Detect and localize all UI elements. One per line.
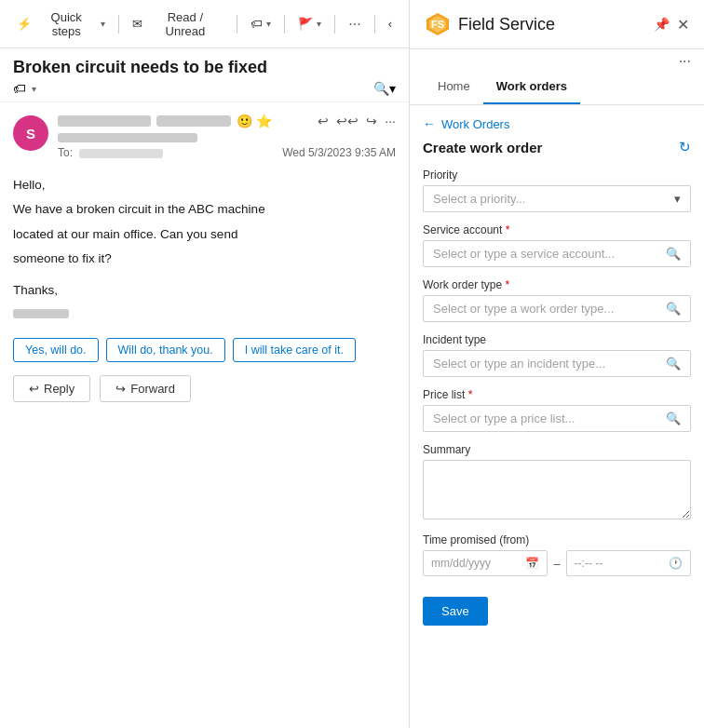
email-actions-row: 🏷 ▾ 🔍▾: [13, 81, 396, 96]
panel-scroll-wrapper[interactable]: ← Work Orders Create work order ↻ Priori…: [410, 105, 704, 728]
time-row: mm/dd/yyyy 📅 – --:-- -- 🕐: [423, 550, 691, 576]
right-header-title: Field Service: [458, 15, 646, 34]
flag-button[interactable]: 🚩 ▾: [291, 13, 329, 34]
read-unread-label: Read / Unread: [146, 10, 223, 38]
priority-chevron-icon: ▾: [674, 192, 681, 206]
right-header: FS Field Service 📌 ✕: [410, 0, 704, 49]
field-service-panel: FS Field Service 📌 ✕ ··· Home Work order…: [410, 0, 704, 728]
field-service-icon: FS: [425, 11, 451, 37]
work-order-type-input[interactable]: Select or type a work order type... 🔍: [423, 295, 691, 322]
more-email-icon[interactable]: ···: [385, 114, 396, 128]
priority-dropdown[interactable]: Select a priority... ▾: [423, 185, 691, 212]
quick-steps-button[interactable]: ⚡ Quick steps ▾: [9, 7, 113, 42]
price-list-search-icon: 🔍: [666, 411, 681, 425]
priority-label: Priority: [423, 169, 691, 182]
incident-type-field: Incident type Select or type an incident…: [423, 333, 691, 377]
to-row: To: Wed 5/3/2023 9:35 AM: [58, 146, 396, 159]
tag2-icon[interactable]: 🏷: [13, 81, 26, 96]
read-unread-button[interactable]: ✉ Read / Unread: [125, 7, 231, 42]
email-body: S 🙂 ⭐ ↩ ↩↩ ↪ ···: [0, 102, 409, 728]
priority-placeholder: Select a priority...: [433, 192, 674, 206]
sender-name-blurred2: [156, 115, 231, 127]
time-clock-input[interactable]: --:-- -- 🕐: [566, 550, 691, 576]
refresh-icon[interactable]: ↻: [679, 139, 691, 155]
incident-type-placeholder: Select or type an incident type...: [433, 357, 666, 371]
panel-more-icon[interactable]: ···: [679, 53, 691, 70]
lightning-icon: ⚡: [17, 17, 32, 31]
emoji-icons: 🙂 ⭐: [237, 114, 272, 128]
zoom-icon[interactable]: 🔍▾: [373, 81, 396, 96]
email-header: S 🙂 ⭐ ↩ ↩↩ ↪ ···: [13, 114, 396, 167]
collapse-icon: ‹: [388, 17, 392, 31]
quick-reply-2-button[interactable]: Will do, thank you.: [106, 338, 225, 362]
back-label[interactable]: Work Orders: [441, 117, 509, 131]
email-thanks: Thanks,: [13, 281, 396, 300]
incident-type-input[interactable]: Select or type an incident type... 🔍: [423, 350, 691, 377]
sender-line2-blurred: [58, 133, 197, 142]
quick-reply-1-button[interactable]: Yes, will do.: [13, 338, 99, 362]
sender-avatar: S: [13, 115, 48, 151]
to-label: To:: [58, 146, 163, 159]
reply-inline-icon[interactable]: ↩: [318, 114, 329, 128]
price-list-required: *: [468, 388, 473, 401]
flag-icon: 🚩: [298, 17, 313, 31]
forward-inline-icon[interactable]: ↪: [366, 114, 377, 128]
incident-type-label: Incident type: [423, 333, 691, 346]
tab-home[interactable]: Home: [425, 70, 483, 104]
summary-label: Summary: [423, 443, 691, 456]
service-account-input[interactable]: Select or type a service account... 🔍: [423, 240, 691, 267]
quick-steps-chevron-icon: ▾: [101, 19, 105, 29]
work-order-type-search-icon: 🔍: [666, 302, 681, 316]
quick-reply-3-button[interactable]: I will take care of it.: [233, 338, 356, 362]
forward-label: Forward: [130, 382, 175, 396]
email-subject: Broken circuit needs to be fixed: [13, 58, 396, 77]
close-icon[interactable]: ✕: [677, 16, 689, 34]
back-arrow-icon[interactable]: ←: [423, 116, 436, 131]
quick-steps-label: Quick steps: [35, 10, 97, 38]
tab-work-orders[interactable]: Work orders: [483, 70, 580, 104]
time-promised-label: Time promised (from): [423, 533, 691, 546]
price-list-label: Price list *: [423, 388, 691, 401]
sender-name-row: 🙂 ⭐ ↩ ↩↩ ↪ ···: [58, 114, 396, 128]
panel-more-row: ···: [410, 49, 704, 70]
priority-field: Priority Select a priority... ▾: [423, 169, 691, 212]
reply-button[interactable]: ↩ Reply: [13, 375, 90, 402]
service-account-field: Service account * Select or type a servi…: [423, 223, 691, 267]
summary-field: Summary: [423, 443, 691, 522]
save-button[interactable]: Save: [423, 597, 488, 626]
price-list-placeholder: Select or type a price list...: [433, 411, 666, 425]
sender-name-blurred: [58, 115, 151, 127]
time-promised-field: Time promised (from) mm/dd/yyyy 📅 – --:-…: [423, 533, 691, 576]
smile-icon[interactable]: 🙂: [237, 114, 252, 128]
summary-textarea[interactable]: [423, 460, 691, 519]
time-date-input[interactable]: mm/dd/yyyy 📅: [423, 550, 548, 576]
create-work-order-row: Create work order ↻: [423, 139, 691, 155]
envelope-icon: ✉: [132, 17, 142, 31]
email-body-line3: someone to fix it?: [13, 249, 396, 268]
reply-all-icon[interactable]: ↩↩: [336, 114, 359, 128]
star-icon[interactable]: ⭐: [256, 114, 272, 128]
toolbar-divider-5: [374, 15, 375, 34]
email-action-icons: ↩ ↩↩ ↪ ···: [318, 114, 396, 128]
more-actions-button[interactable]: ···: [341, 12, 368, 36]
email-body-line2: located at our main office. Can you send: [13, 225, 396, 244]
collapse-button[interactable]: ‹: [381, 13, 399, 34]
recipient-blurred: [79, 149, 163, 158]
toolbar-divider-1: [118, 15, 119, 34]
service-account-label: Service account *: [423, 223, 691, 236]
tag-button[interactable]: 🏷 ▾: [243, 13, 278, 34]
pin-icon[interactable]: 📌: [654, 17, 670, 32]
more-icon: ···: [348, 16, 360, 33]
work-order-type-required: *: [506, 278, 510, 291]
work-order-type-label: Work order type *: [423, 278, 691, 291]
toolbar-divider-3: [284, 15, 285, 34]
tag-chevron-icon: ▾: [266, 19, 271, 29]
quick-replies: Yes, will do. Will do, thank you. I will…: [13, 338, 396, 362]
tabs: Home Work orders: [410, 70, 704, 105]
svg-text:FS: FS: [431, 19, 444, 30]
service-account-placeholder: Select or type a service account...: [433, 247, 666, 261]
signature-blurred: [13, 309, 69, 318]
email-body-line1: We have a broken circuit in the ABC mach…: [13, 200, 396, 219]
price-list-input[interactable]: Select or type a price list... 🔍: [423, 405, 691, 432]
forward-button[interactable]: ↪ Forward: [100, 375, 191, 402]
